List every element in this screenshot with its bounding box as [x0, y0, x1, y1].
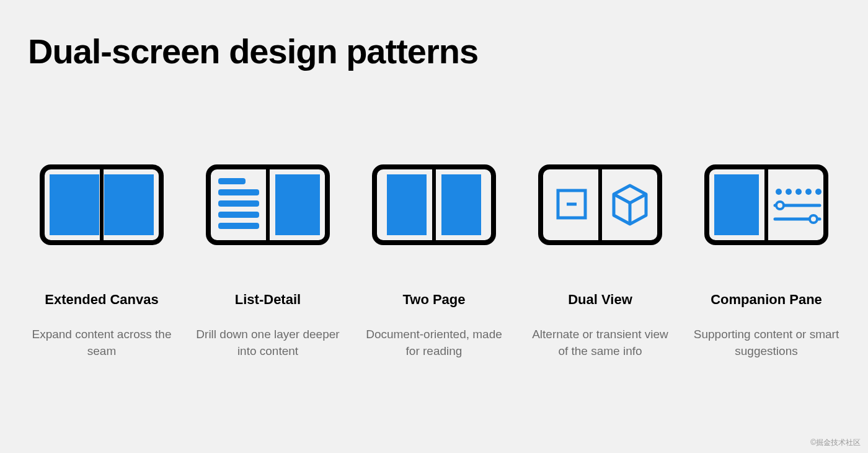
pattern-list-detail: List-Detail Drill down one layer deeper … — [194, 164, 342, 359]
svg-rect-8 — [218, 200, 259, 207]
two-page-icon — [372, 164, 496, 245]
pattern-title: Two Page — [402, 292, 465, 308]
svg-point-24 — [786, 189, 792, 195]
pattern-description: Drill down one layer deeper into content — [194, 326, 342, 359]
dual-view-icon — [538, 164, 662, 245]
svg-point-23 — [776, 189, 782, 195]
svg-rect-14 — [387, 174, 427, 235]
pattern-description: Document-oriented, made for reading — [360, 326, 508, 359]
pattern-description: Supporting content or smart suggestions — [693, 326, 840, 359]
svg-rect-10 — [218, 223, 259, 229]
svg-point-25 — [795, 189, 802, 195]
pattern-title: Extended Canvas — [45, 292, 158, 308]
svg-rect-6 — [218, 178, 246, 184]
svg-rect-9 — [218, 212, 259, 218]
extended-canvas-icon — [40, 164, 164, 245]
list-detail-icon — [206, 164, 330, 245]
companion-pane-icon — [704, 164, 828, 245]
svg-point-27 — [815, 189, 822, 195]
pattern-dual-view: Dual View Alternate or transient view of… — [526, 164, 674, 359]
svg-rect-3 — [104, 174, 154, 235]
watermark: ©掘金技术社区 — [810, 437, 861, 448]
svg-rect-2 — [50, 174, 99, 235]
svg-rect-15 — [441, 174, 481, 235]
pattern-description: Alternate or transient view of the same … — [526, 326, 674, 359]
svg-rect-11 — [275, 174, 320, 235]
svg-rect-22 — [714, 174, 759, 235]
svg-point-29 — [776, 202, 784, 209]
svg-point-26 — [805, 189, 812, 195]
page-title: Dual-screen design patterns — [28, 31, 840, 71]
svg-rect-7 — [218, 189, 259, 195]
pattern-title: Companion Pane — [711, 292, 822, 308]
pattern-extended-canvas: Extended Canvas Expand content across th… — [28, 164, 175, 359]
patterns-row: Extended Canvas Expand content across th… — [28, 164, 840, 359]
pattern-description: Expand content across the seam — [28, 326, 175, 359]
pattern-title: List-Detail — [235, 292, 301, 308]
pattern-companion-pane: Companion Pane Supporting content or sma… — [693, 164, 840, 359]
pattern-two-page: Two Page Document-oriented, made for rea… — [360, 164, 508, 359]
svg-point-31 — [810, 215, 817, 223]
pattern-title: Dual View — [568, 292, 632, 308]
